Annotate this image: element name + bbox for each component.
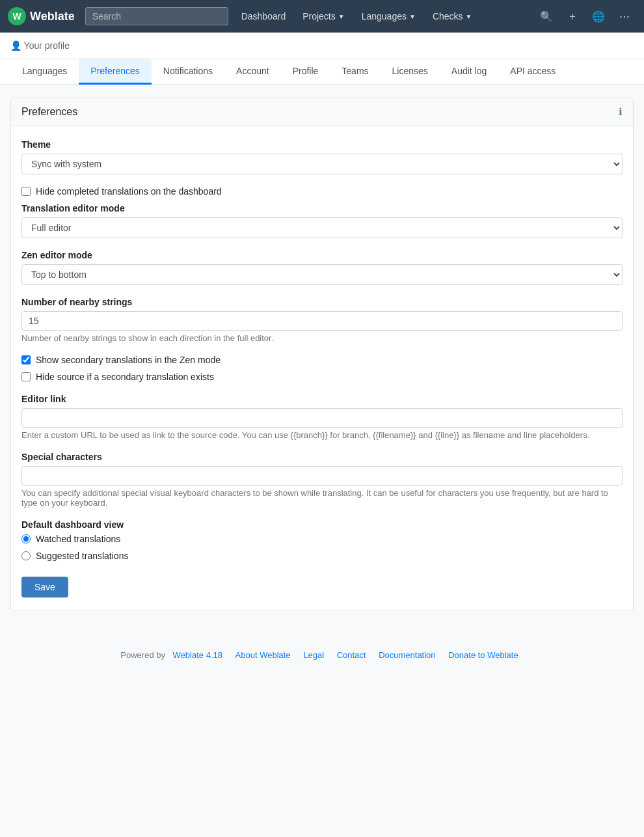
special-chars-group: Special characters You can specify addit…: [21, 452, 623, 508]
show-secondary-checkbox[interactable]: [21, 355, 31, 364]
preferences-card-header: Preferences ℹ: [11, 98, 633, 126]
tab-notifications[interactable]: Notifications: [152, 59, 224, 85]
add-icon-btn[interactable]: ＋: [561, 5, 584, 28]
about-link[interactable]: About Weblate: [235, 650, 291, 660]
preferences-title: Preferences: [21, 106, 77, 118]
powered-by-text: Powered by: [120, 650, 165, 660]
special-chars-help: You can specify additional special visua…: [21, 488, 623, 508]
docs-link[interactable]: Documentation: [379, 650, 435, 660]
nav-projects[interactable]: Projects ▼: [295, 7, 352, 25]
info-icon[interactable]: ℹ: [619, 106, 623, 118]
tab-account[interactable]: Account: [224, 59, 281, 85]
brand-icon: W: [8, 7, 26, 25]
watched-label[interactable]: Watched translations: [36, 534, 120, 544]
nearby-strings-input[interactable]: [21, 311, 623, 331]
tab-bar: Languages Preferences Notifications Acco…: [0, 59, 644, 85]
nav-languages[interactable]: Languages ▼: [354, 7, 423, 25]
brand-name: Weblate: [30, 10, 75, 23]
hide-completed-label[interactable]: Hide completed translations on the dashb…: [36, 186, 222, 197]
nearby-strings-group: Number of nearby strings Number of nearb…: [21, 297, 623, 343]
tab-teams[interactable]: Teams: [330, 59, 380, 85]
zen-mode-group: Zen editor mode Top to bottom Side by si…: [21, 250, 623, 285]
language-icon-btn[interactable]: 🌐: [587, 5, 610, 28]
theme-group: Theme Sync with system Light Dark: [21, 139, 623, 174]
special-chars-label: Special characters: [21, 452, 623, 462]
projects-chevron: ▼: [338, 13, 345, 20]
editor-link-group: Editor link Enter a custom URL to be use…: [21, 394, 623, 440]
editor-mode-select[interactable]: Full editor Zen editor Simple: [21, 217, 623, 238]
contact-link[interactable]: Contact: [337, 650, 366, 660]
watched-radio[interactable]: [21, 534, 31, 543]
preferences-card: Preferences ℹ Theme Sync with system Lig…: [10, 98, 634, 611]
show-secondary-group: Show secondary translations in the Zen m…: [21, 355, 623, 365]
search-icon-btn[interactable]: 🔍: [535, 5, 558, 28]
hide-completed-group: Hide completed translations on the dashb…: [21, 186, 623, 197]
nav-links: Dashboard Projects ▼ Languages ▼ Checks …: [234, 7, 530, 25]
special-chars-input[interactable]: [21, 466, 623, 486]
nav-checks[interactable]: Checks ▼: [425, 7, 480, 25]
dashboard-view-group: Default dashboard view Watched translati…: [21, 519, 623, 561]
tab-api-access[interactable]: API access: [498, 59, 567, 85]
nearby-strings-label: Number of nearby strings: [21, 297, 623, 307]
suggested-translations-option: Suggested translations: [21, 551, 623, 561]
zen-mode-select[interactable]: Top to bottom Side by side: [21, 264, 623, 285]
hide-source-group: Hide source if a secondary translation e…: [21, 372, 623, 382]
checks-chevron: ▼: [466, 13, 472, 20]
suggested-label[interactable]: Suggested translations: [36, 551, 128, 561]
page-header-icon: 👤: [10, 40, 21, 51]
page-header: 👤 Your profile: [0, 33, 644, 59]
tab-preferences[interactable]: Preferences: [79, 59, 151, 85]
tab-licenses[interactable]: Licenses: [381, 59, 440, 85]
preferences-card-body: Theme Sync with system Light Dark Hide c…: [11, 126, 633, 611]
legal-link[interactable]: Legal: [303, 650, 324, 660]
tab-languages[interactable]: Languages: [10, 59, 79, 85]
editor-link-input[interactable]: [21, 408, 623, 428]
save-button[interactable]: Save: [21, 577, 68, 597]
hide-source-checkbox[interactable]: [21, 372, 31, 381]
donate-link[interactable]: Donate to Weblate: [448, 650, 518, 660]
show-secondary-label[interactable]: Show secondary translations in the Zen m…: [36, 355, 221, 365]
editor-mode-label: Translation editor mode: [21, 203, 623, 213]
footer: Powered by Weblate 4.18 About Weblate Le…: [0, 637, 644, 673]
editor-mode-group: Translation editor mode Full editor Zen …: [21, 203, 623, 238]
suggested-radio[interactable]: [21, 551, 31, 560]
languages-chevron: ▼: [409, 13, 416, 20]
nav-dashboard[interactable]: Dashboard: [234, 7, 294, 25]
theme-label: Theme: [21, 139, 623, 150]
save-area: Save: [21, 577, 623, 597]
more-icon-btn[interactable]: ⋯: [613, 5, 636, 28]
search-input[interactable]: [85, 7, 228, 25]
hide-completed-checkbox[interactable]: [21, 187, 31, 196]
dashboard-view-label: Default dashboard view: [21, 519, 623, 530]
tab-audit-log[interactable]: Audit log: [440, 59, 498, 85]
tab-profile[interactable]: Profile: [281, 59, 330, 85]
page-title: Your profile: [24, 40, 70, 51]
brand-logo[interactable]: W Weblate: [8, 7, 75, 25]
theme-select[interactable]: Sync with system Light Dark: [21, 154, 623, 174]
navbar: W Weblate Dashboard Projects ▼ Languages…: [0, 0, 644, 33]
main-content: Preferences ℹ Theme Sync with system Lig…: [0, 85, 644, 637]
editor-link-help: Enter a custom URL to be used as link to…: [21, 430, 623, 440]
zen-mode-label: Zen editor mode: [21, 250, 623, 260]
nav-right: 🔍 ＋ 🌐 ⋯: [535, 5, 636, 28]
editor-link-label: Editor link: [21, 394, 623, 404]
hide-source-label[interactable]: Hide source if a secondary translation e…: [36, 372, 214, 382]
weblate-version-link[interactable]: Weblate 4.18: [173, 650, 222, 660]
nearby-strings-help: Number of nearby strings to show in each…: [21, 333, 623, 343]
watched-translations-option: Watched translations: [21, 534, 623, 544]
